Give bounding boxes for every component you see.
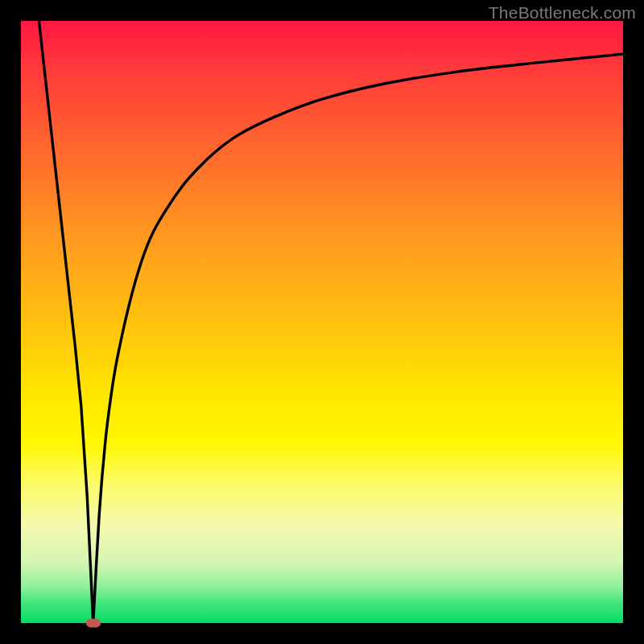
watermark-text: TheBottleneck.com (489, 3, 636, 23)
chart-curve (21, 21, 623, 623)
chart-marker-dot (86, 619, 101, 628)
chart-plot-area (21, 21, 623, 623)
chart-stage: TheBottleneck.com (0, 0, 644, 644)
